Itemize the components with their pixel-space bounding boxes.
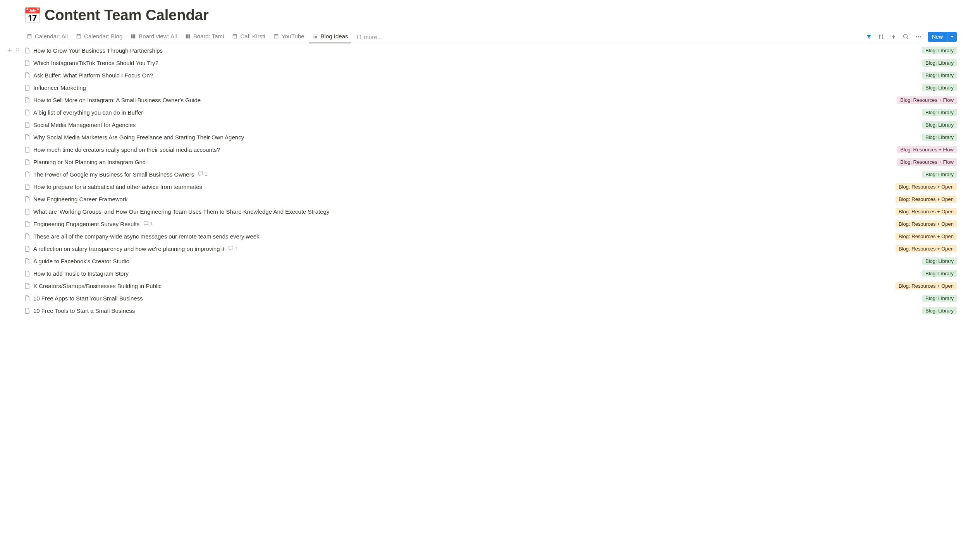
- tab-youtube[interactable]: YouTube: [270, 31, 308, 43]
- row-title[interactable]: Which Instagram/TikTok Trends Should You…: [33, 60, 158, 66]
- row-tag[interactable]: Blog: Resources + Flow: [897, 96, 957, 104]
- add-row-button[interactable]: [6, 269, 13, 278]
- row-tag[interactable]: Blog: Resources + Flow: [897, 158, 957, 166]
- add-row-button[interactable]: [6, 95, 13, 105]
- add-row-button[interactable]: [6, 132, 13, 142]
- row-tag[interactable]: Blog: Library: [922, 47, 957, 54]
- sort-button[interactable]: [876, 31, 887, 42]
- drag-handle[interactable]: [14, 281, 21, 290]
- list-item[interactable]: A guide to Facebook's Creator StudioBlog…: [23, 255, 957, 267]
- add-row-button[interactable]: [6, 157, 13, 166]
- add-row-button[interactable]: [6, 70, 13, 80]
- row-title[interactable]: Planning or Not Planning an Instagram Gr…: [33, 159, 146, 165]
- tab-board-view-all[interactable]: Board view: All: [127, 31, 180, 43]
- row-tag[interactable]: Blog: Library: [922, 270, 957, 277]
- tab-board-tami[interactable]: Board: Tami: [182, 31, 227, 43]
- row-title[interactable]: 10 Free Apps to Start Your Small Busines…: [33, 295, 143, 302]
- add-row-button[interactable]: [6, 170, 13, 179]
- row-title[interactable]: Social Media Management for Agencies: [33, 122, 136, 128]
- list-item[interactable]: Ask Buffer: What Platform Should I Focus…: [23, 69, 957, 81]
- row-title[interactable]: A big list of everything you can do in B…: [33, 109, 143, 116]
- comment-indicator[interactable]: 1: [143, 221, 153, 227]
- page-icon[interactable]: 📅: [23, 8, 41, 23]
- list-item[interactable]: Which Instagram/TikTok Trends Should You…: [23, 57, 957, 69]
- row-title[interactable]: The Power of Google my Business for Smal…: [33, 171, 194, 178]
- list-item[interactable]: How much time do creators really spend o…: [23, 143, 957, 156]
- drag-handle[interactable]: [14, 157, 21, 166]
- filter-button[interactable]: [863, 31, 874, 42]
- drag-handle[interactable]: [14, 83, 21, 92]
- tab-calendar-blog[interactable]: Calendar: Blog: [72, 31, 126, 43]
- more-button[interactable]: [913, 31, 924, 42]
- list-item[interactable]: Planning or Not Planning an Instagram Gr…: [23, 156, 957, 168]
- add-row-button[interactable]: [6, 182, 13, 191]
- row-title[interactable]: How to add music to Instagram Story: [33, 270, 129, 277]
- add-row-button[interactable]: [6, 244, 13, 253]
- list-item[interactable]: Influencer MarketingBlog: Library: [23, 81, 957, 94]
- list-item[interactable]: These are all of the company-wide async …: [23, 230, 957, 242]
- drag-handle[interactable]: [14, 120, 21, 129]
- row-tag[interactable]: Blog: Library: [922, 72, 957, 79]
- list-item[interactable]: How to prepare for a sabbatical and othe…: [23, 180, 957, 193]
- drag-handle[interactable]: [14, 145, 21, 154]
- row-title[interactable]: How to Sell More on Instagram: A Small B…: [33, 97, 201, 103]
- row-title[interactable]: These are all of the company-wide async …: [33, 233, 260, 240]
- add-row-button[interactable]: [6, 207, 13, 216]
- automations-button[interactable]: [888, 31, 899, 42]
- row-tag[interactable]: Blog: Library: [922, 59, 957, 67]
- add-row-button[interactable]: [6, 46, 13, 55]
- more-views-button[interactable]: 11 more...: [352, 31, 385, 43]
- add-row-button[interactable]: [6, 58, 13, 67]
- row-title[interactable]: A reflection on salary transparency and …: [33, 245, 224, 252]
- row-title[interactable]: A guide to Facebook's Creator Studio: [33, 258, 129, 264]
- row-title[interactable]: How much time do creators really spend o…: [33, 146, 220, 153]
- comment-indicator[interactable]: 1: [228, 245, 237, 252]
- add-row-button[interactable]: [6, 256, 13, 266]
- drag-handle[interactable]: [14, 306, 21, 315]
- drag-handle[interactable]: [14, 207, 21, 216]
- add-row-button[interactable]: [6, 108, 13, 117]
- row-title[interactable]: Why Social Media Marketers Are Going Fre…: [33, 134, 244, 141]
- row-title[interactable]: Ask Buffer: What Platform Should I Focus…: [33, 72, 153, 79]
- row-tag[interactable]: Blog: Library: [922, 109, 957, 116]
- list-item[interactable]: Engineering Engagement Survey Results1Bl…: [23, 218, 957, 230]
- row-tag[interactable]: Blog: Resources + Open: [896, 233, 957, 240]
- row-tag[interactable]: Blog: Resources + Open: [896, 245, 957, 252]
- row-tag[interactable]: Blog: Library: [922, 295, 957, 302]
- row-tag[interactable]: Blog: Resources + Open: [896, 220, 957, 228]
- list-item[interactable]: X Creators/Startups/Businesses Building …: [23, 280, 957, 292]
- list-item[interactable]: 10 Free Apps to Start Your Small Busines…: [23, 292, 957, 304]
- list-item[interactable]: What are 'Working Groups' and How Our En…: [23, 205, 957, 218]
- add-row-button[interactable]: [6, 219, 13, 228]
- list-item[interactable]: New Engineering Career FrameworkBlog: Re…: [23, 193, 957, 205]
- drag-handle[interactable]: [14, 269, 21, 278]
- comment-indicator[interactable]: 1: [198, 171, 207, 178]
- list-item[interactable]: How to add music to Instagram StoryBlog:…: [23, 267, 957, 280]
- row-title[interactable]: New Engineering Career Framework: [33, 196, 127, 202]
- drag-handle[interactable]: [14, 70, 21, 80]
- row-title[interactable]: X Creators/Startups/Businesses Building …: [33, 283, 162, 289]
- list-item[interactable]: How to Sell More on Instagram: A Small B…: [23, 94, 957, 106]
- new-button[interactable]: New: [928, 32, 947, 42]
- drag-handle[interactable]: [14, 170, 21, 179]
- row-tag[interactable]: Blog: Library: [922, 121, 957, 129]
- search-button[interactable]: [901, 31, 911, 42]
- add-row-button[interactable]: [6, 120, 13, 129]
- drag-handle[interactable]: [14, 58, 21, 67]
- add-row-button[interactable]: [6, 293, 13, 303]
- add-row-button[interactable]: [6, 281, 13, 290]
- page-title[interactable]: Content Team Calendar: [45, 7, 209, 24]
- row-title[interactable]: Engineering Engagement Survey Results: [33, 221, 139, 227]
- drag-handle[interactable]: [14, 132, 21, 142]
- drag-handle[interactable]: [14, 46, 21, 55]
- list-item[interactable]: The Power of Google my Business for Smal…: [23, 168, 957, 180]
- add-row-button[interactable]: [6, 145, 13, 154]
- list-item[interactable]: A big list of everything you can do in B…: [23, 106, 957, 118]
- list-item[interactable]: Social Media Management for AgenciesBlog…: [23, 118, 957, 131]
- row-tag[interactable]: Blog: Library: [922, 257, 957, 265]
- row-tag[interactable]: Blog: Resources + Open: [896, 208, 957, 215]
- add-row-button[interactable]: [6, 232, 13, 241]
- row-tag[interactable]: Blog: Resources + Open: [896, 183, 957, 190]
- drag-handle[interactable]: [14, 182, 21, 191]
- drag-handle[interactable]: [14, 219, 21, 228]
